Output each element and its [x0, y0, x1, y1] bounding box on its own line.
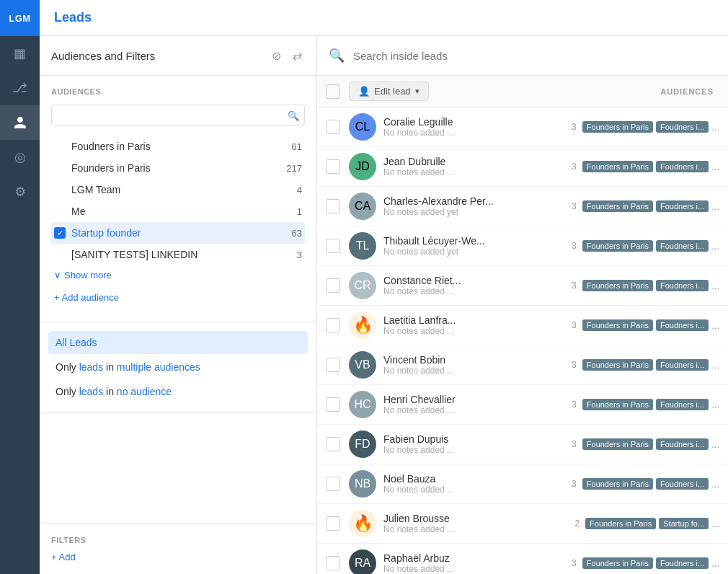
more-tags-button[interactable]: ...	[711, 479, 719, 490]
lead-name: Julien Brousse	[383, 513, 574, 524]
lead-tags: Founders in Paris Foudners i... ...	[582, 399, 719, 410]
lead-note: No notes added yet	[383, 207, 572, 217]
content-area: Audiences and Filters ⊘ ⇄ AUDIENCES 🔍 Fo…	[40, 36, 728, 574]
lead-row[interactable]: CL Coralie Leguille No notes added ... 3…	[317, 107, 728, 147]
audience-item-selected[interactable]: ✓ Startup founder 63	[51, 222, 305, 244]
more-tags-button[interactable]: ...	[711, 399, 719, 410]
audience-name: Founders in Paris	[71, 162, 286, 174]
lead-row[interactable]: NB Noel Bauza No notes added ... 3 Found…	[317, 464, 728, 504]
filter-icon[interactable]: ⊘	[269, 46, 284, 66]
audience-count: 63	[292, 228, 302, 239]
lead-tag: Founders in Paris	[582, 161, 653, 172]
main-area: Leads Audiences and Filters ⊘ ⇄ AUDIENCE…	[40, 0, 728, 574]
filters-section: FILTERS + Add	[40, 524, 316, 574]
lead-tag: Founders in Paris	[582, 557, 653, 569]
audience-item[interactable]: [SANITY TESTS] LINKEDIN 3	[51, 244, 305, 265]
add-filter-button[interactable]: + Add	[51, 552, 305, 562]
nav-settings[interactable]: ⚙	[0, 175, 40, 209]
audience-item[interactable]: LGM Team 4	[51, 179, 305, 200]
audience-item[interactable]: Founders in Paris 217	[51, 157, 305, 179]
more-tags-button[interactable]: ...	[711, 241, 719, 252]
nav-globe[interactable]: ◎	[0, 140, 40, 175]
lead-avatar: CA	[349, 193, 376, 220]
search-leads-input[interactable]	[353, 50, 716, 62]
lead-info: Thibault Lécuyer-We... No notes added ye…	[383, 235, 572, 257]
nav-hierarchy[interactable]: ⎇	[0, 71, 40, 105]
lead-info: Julien Brousse No notes added ...	[383, 513, 574, 534]
lead-info: Laetitia Lanfra... No notes added ...	[383, 314, 572, 336]
more-tags-button[interactable]: ...	[711, 558, 719, 569]
lead-checkbox[interactable]	[326, 516, 340, 531]
lead-note: No notes added ...	[383, 167, 572, 177]
audience-item[interactable]: Foudners in Paris 61	[51, 136, 305, 157]
lead-row[interactable]: FD Fabien Dupuis No notes added ... 3 Fo…	[317, 425, 728, 464]
lead-row[interactable]: 🔥 Laetitia Lanfra... No notes added ... …	[317, 306, 728, 345]
lead-audience-count: 3	[572, 122, 577, 132]
lead-audience-count: 3	[572, 241, 577, 251]
audience-count: 61	[292, 141, 302, 152]
edit-lead-button[interactable]: 👤 Edit lead ▾	[349, 81, 429, 101]
lead-info: Henri Chevallier No notes added ...	[383, 394, 572, 415]
lead-checkbox[interactable]	[326, 199, 340, 213]
filter-no-audience[interactable]: Only leads in no audience	[48, 380, 308, 403]
lead-name: Thibault Lécuyer-We...	[383, 235, 572, 247]
lead-note: No notes added ...	[383, 326, 572, 336]
more-tags-button[interactable]: ...	[711, 281, 719, 291]
filter-all-leads[interactable]: All Leads	[48, 331, 308, 354]
more-tags-button[interactable]: ...	[711, 162, 719, 172]
lead-tag: Foudners i...	[656, 121, 709, 133]
lead-tags: Founders in Paris Startup fo... ...	[585, 518, 719, 529]
lead-row[interactable]: 🔥 Julien Brousse No notes added ... 2 Fo…	[317, 504, 728, 544]
filter-multiple-audiences[interactable]: Only leads in multiple audiences	[48, 356, 308, 379]
lead-row[interactable]: CA Charles-Alexandre Per... No notes add…	[317, 187, 728, 226]
lead-row[interactable]: RA Raphaël Arbuz No notes added ... 3 Fo…	[317, 544, 728, 574]
lead-name: Noel Bauza	[383, 473, 572, 485]
lead-checkbox[interactable]	[326, 397, 340, 412]
lead-row[interactable]: HC Henri Chevallier No notes added ... 3…	[317, 385, 728, 425]
lead-avatar: HC	[349, 391, 376, 418]
lead-name: Vincent Bobin	[383, 354, 572, 366]
leads-table-header: 👤 Edit lead ▾ AUDIENCES	[317, 76, 728, 107]
lead-checkbox[interactable]	[326, 318, 340, 332]
lead-avatar: 🔥	[349, 312, 376, 339]
audience-item[interactable]: Me 1	[51, 200, 305, 222]
lead-row[interactable]: TL Thibault Lécuyer-We... No notes added…	[317, 226, 728, 266]
more-tags-button[interactable]: ...	[711, 439, 719, 450]
lead-row[interactable]: CR Constance Riet... No notes added ... …	[317, 266, 728, 306]
lead-tags: Founders in Paris Foudners i... ...	[582, 478, 719, 490]
audience-name: LGM Team	[71, 184, 297, 195]
add-audience-button[interactable]: + Add audience	[51, 288, 305, 307]
lead-avatar: CR	[349, 272, 376, 299]
audience-search-input[interactable]	[51, 105, 305, 125]
lead-tags: Founders in Paris Foudners i... ...	[582, 161, 719, 172]
more-tags-button[interactable]: ...	[711, 122, 719, 133]
lead-checkbox[interactable]	[326, 477, 340, 491]
lead-name: Fabien Dupuis	[383, 433, 572, 445]
sidebar: Audiences and Filters ⊘ ⇄ AUDIENCES 🔍 Fo…	[40, 36, 317, 574]
audience-search-icon: 🔍	[288, 110, 299, 120]
lead-tag: Founders in Paris	[582, 359, 653, 371]
more-tags-button[interactable]: ...	[711, 518, 719, 529]
lead-checkbox[interactable]	[326, 358, 340, 372]
more-tags-button[interactable]: ...	[711, 320, 719, 331]
lead-tag: Foudners i...	[656, 557, 709, 569]
select-all-checkbox[interactable]	[326, 84, 340, 99]
lead-checkbox[interactable]	[326, 239, 340, 253]
lead-checkbox[interactable]	[326, 437, 340, 451]
nav-users[interactable]	[0, 105, 40, 140]
lead-info: Constance Riet... No notes added ...	[383, 275, 572, 296]
more-tags-button[interactable]: ...	[711, 360, 719, 371]
nav-calendar[interactable]: ▦	[0, 36, 40, 71]
lead-note: No notes added yet	[383, 247, 572, 257]
lead-checkbox[interactable]	[326, 278, 340, 293]
lead-info: Charles-Alexandre Per... No notes added …	[383, 195, 572, 217]
show-more-button[interactable]: ∨ Show more	[51, 265, 305, 285]
lead-row[interactable]: VB Vincent Bobin No notes added ... 3 Fo…	[317, 345, 728, 385]
lead-checkbox[interactable]	[326, 556, 340, 570]
lead-checkbox[interactable]	[326, 159, 340, 174]
lead-row[interactable]: JD Jean Dubrulle No notes added ... 3 Fo…	[317, 147, 728, 187]
sort-icon[interactable]: ⇄	[290, 46, 305, 66]
more-tags-button[interactable]: ...	[711, 201, 719, 212]
lead-note: No notes added ...	[383, 286, 572, 296]
lead-checkbox[interactable]	[326, 120, 340, 134]
